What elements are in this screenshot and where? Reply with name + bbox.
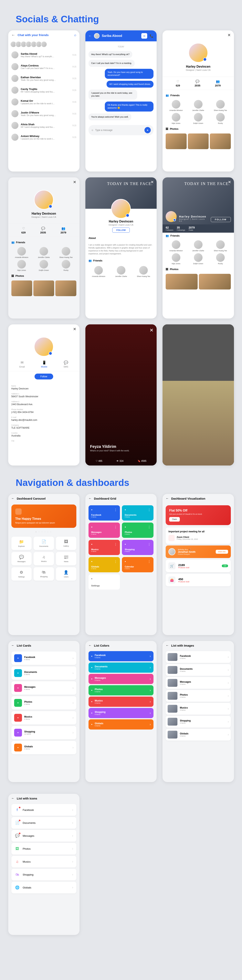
dash-tile[interactable]: ▪⋮Musics6 items <box>88 540 120 555</box>
online-avatars[interactable] <box>8 40 80 49</box>
list-item[interactable]: Globals6 items› <box>166 729 231 740</box>
dash-tile[interactable]: ▪⋮Photos6 items <box>122 523 154 538</box>
list-item[interactable]: ▪Photos6 items› <box>11 696 76 710</box>
close-icon[interactable]: ← <box>11 33 15 37</box>
friend-item[interactable]: Rocky <box>210 113 231 124</box>
contact-tab[interactable]: 💬SMS <box>64 360 68 368</box>
list-item[interactable]: 🛍Shopping› <box>11 869 76 880</box>
list-item[interactable]: Photos6 items› <box>166 690 231 702</box>
friend-item[interactable]: Jennifer Clarke <box>115 266 127 277</box>
list-item[interactable]: Messages6 items› <box>166 677 231 689</box>
message-bubble[interactable]: Can I call you back later? I'm in a meet… <box>88 60 135 67</box>
list-item[interactable]: ▪Facebook6 items› <box>88 651 154 661</box>
friend-item[interactable]: Rocky <box>56 260 76 271</box>
dash-tile[interactable]: ▪⋮Calendar6 items <box>122 557 154 572</box>
list-item[interactable]: fFacebook› <box>11 804 76 816</box>
photo-thumb[interactable] <box>188 134 208 149</box>
hero-card[interactable]: The Happy Times Neque porro quisquam est… <box>11 504 76 528</box>
list-item[interactable]: Musics6 items› <box>166 703 231 714</box>
message-bubble[interactable]: I passed you on the ride to work today, … <box>88 89 137 100</box>
friend-item[interactable]: Amanda Winston <box>92 266 106 277</box>
list-item[interactable]: Documents6 items› <box>166 664 231 676</box>
chat-item[interactable]: Antoni WhitneyI passed you on the ride t… <box>8 131 80 143</box>
back-icon[interactable]: ← <box>88 34 92 38</box>
friend-item[interactable]: Amanda Winston <box>11 247 32 258</box>
list-item[interactable]: ▪Musics6 items› <box>11 711 76 724</box>
list-item[interactable]: 📄Documents› <box>11 817 76 829</box>
list-item[interactable]: ▪Musics6 items› <box>88 697 154 707</box>
close-icon[interactable]: ✕ <box>73 327 76 331</box>
friend-item[interactable]: Nijai Jones <box>166 253 186 265</box>
chat-item[interactable]: Alaya CordovaCan I call you back later? … <box>8 61 80 73</box>
profile-avatar[interactable] <box>188 43 208 62</box>
grid-icon-item[interactable]: 📄Documents <box>34 537 54 550</box>
back-icon[interactable]: ← <box>11 797 14 800</box>
list-item[interactable]: ▪Messages6 items› <box>11 681 76 695</box>
grid-icon-item[interactable]: 👤Users <box>56 567 76 581</box>
profile-avatar[interactable] <box>34 190 54 210</box>
claim-button[interactable]: Claim <box>169 517 180 522</box>
photo-thumb[interactable] <box>55 280 76 296</box>
friend-item[interactable]: Shee-Huang Tee <box>137 266 150 277</box>
friend-item[interactable]: Jennifer Clarke <box>188 100 208 111</box>
story-stat[interactable]: ♡ 465 <box>96 460 102 462</box>
list-item[interactable]: Facebook6 items› <box>166 651 231 663</box>
list-item[interactable]: ▪Globals6 items› <box>11 741 76 754</box>
friend-item[interactable]: Jennifer Clarke <box>188 240 208 252</box>
back-icon[interactable]: ← <box>88 497 92 500</box>
dash-tile[interactable]: ▪⋮Messages6 items <box>88 523 120 538</box>
chat-item[interactable]: Cecily TrujilloHi! I went shopping today… <box>8 84 80 96</box>
follow-button[interactable]: Follow <box>35 374 53 379</box>
friend-item[interactable]: Shee-Huang Tee <box>210 240 231 252</box>
dash-tile[interactable]: ▪⋮Facebook6 items <box>88 505 120 520</box>
search-icon[interactable]: ⌕ <box>74 33 76 37</box>
back-icon[interactable]: ← <box>11 497 14 500</box>
message-bubble[interactable]: Ok thanks and thanks again! This is real… <box>105 102 154 111</box>
promo-card[interactable]: Flat 50% Off Get your product of Claude'… <box>166 505 231 525</box>
carousel-dots[interactable]: ● ○ ○ ○ ○ ○ <box>8 530 80 534</box>
emoji-icon[interactable]: ☺ <box>91 129 94 132</box>
list-item[interactable]: ▪Facebook6 items› <box>11 652 76 665</box>
list-item[interactable]: 💬Messages› <box>11 830 76 842</box>
grid-icon-item[interactable]: 📰News <box>56 552 76 565</box>
contact-tab[interactable]: ✉Email <box>19 360 25 368</box>
chat-item[interactable]: Komal OrrI passed you on the ride to wor… <box>8 96 80 108</box>
grid-icon-item[interactable]: 🛍Shopping <box>34 567 54 581</box>
phone-icon[interactable]: 📞 <box>149 34 154 38</box>
message-bubble[interactable]: Hey there! What's up? Is everything ok? <box>88 51 132 58</box>
video-call-button[interactable]: ▪▪ <box>141 33 147 38</box>
list-item[interactable]: ▪Shopping6 items› <box>88 708 154 718</box>
photo-thumb[interactable] <box>166 134 186 149</box>
list-item[interactable]: ▪Documents6 items› <box>11 667 76 680</box>
wish-button[interactable]: Wish Him <box>216 550 228 554</box>
back-icon[interactable]: ← <box>11 644 14 647</box>
friend-item[interactable]: Dolph Green <box>188 253 208 265</box>
chat-item[interactable]: Sariba AboodHey there! What's up? Is eve… <box>8 49 80 61</box>
friend-item[interactable]: Rocky <box>210 253 231 265</box>
friend-item[interactable]: Shee-Huang Tee <box>210 100 231 111</box>
stat-card[interactable]: 🛒2189Products Sold100 <box>166 560 231 572</box>
friend-item[interactable]: Amanda Winston <box>166 100 186 111</box>
story-stat[interactable]: 🔖 4565 <box>138 460 146 462</box>
photo-full[interactable] <box>162 325 234 466</box>
friend-item[interactable]: Shee-Huang Tee <box>56 247 76 258</box>
friend-item[interactable]: Amanda Winston <box>166 240 186 252</box>
friend-item[interactable]: Dolph Green <box>34 260 54 271</box>
dash-tile[interactable]: ▪⋮Documents6 items <box>122 505 154 520</box>
photo-thumb[interactable] <box>199 274 231 290</box>
list-item[interactable]: ▪Messages6 items› <box>88 674 154 684</box>
grid-icon-item[interactable]: 💬Messages <box>11 552 32 565</box>
grid-icon-item[interactable]: ♫Musics <box>34 552 54 565</box>
back-icon[interactable]: ← <box>166 497 169 500</box>
message-bubble[interactable]: You're always welcome! Wish you well. <box>88 113 131 120</box>
birthday-card[interactable]: Birthday Boy 🎉 Jonathan Smith Product De… <box>166 546 231 558</box>
chat-item[interactable]: Justin O'MooreYeah. Do you have any good… <box>8 108 80 119</box>
profile-avatar[interactable] <box>111 199 131 218</box>
list-item[interactable]: ▪Shopping12 items› <box>11 726 76 739</box>
chat-item[interactable]: Alisia ShahHi! I went shopping today and… <box>8 119 80 131</box>
photo-thumb[interactable] <box>34 280 54 296</box>
dash-tile[interactable]: ▪Settings <box>88 574 120 590</box>
profile-avatar[interactable] <box>34 337 54 356</box>
stat-card[interactable]: 👛450Products Sold <box>166 574 231 586</box>
friend-item[interactable]: Nijai Jones <box>166 113 186 124</box>
